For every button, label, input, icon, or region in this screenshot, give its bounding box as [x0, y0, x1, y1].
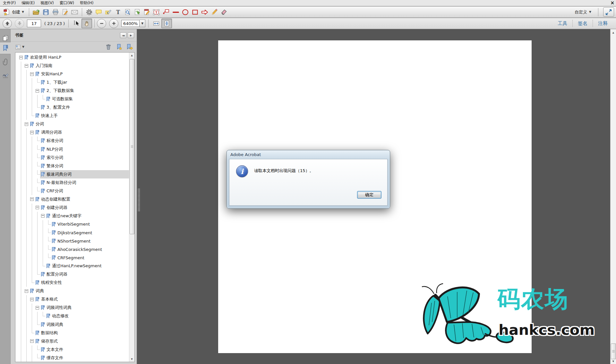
panel-resize-handle[interactable]	[138, 188, 140, 211]
bookmark-row-content[interactable]: 欢迎使用 HanLP	[24, 53, 129, 62]
bookmark-item[interactable]: 分词	[16, 120, 129, 128]
scroll-down-icon[interactable]: ▼	[129, 356, 134, 362]
expander-box[interactable]	[30, 72, 34, 76]
export-doc-icon[interactable]	[133, 7, 142, 17]
edit-doc-icon[interactable]	[142, 7, 152, 17]
bookmark-item[interactable]: 线程安全性	[16, 278, 129, 287]
bookmark-row-content[interactable]: 通过new关键字	[46, 212, 129, 220]
bookmark-item[interactable]: 3、配置文件	[16, 103, 129, 112]
bookmark-row-content[interactable]: ViterbiSegment	[51, 220, 129, 228]
reading-mode-button[interactable]	[603, 7, 614, 17]
collapse-left-icon[interactable]: ◀◀	[120, 32, 126, 38]
bookmark-item[interactable]: 动态修改	[16, 312, 129, 320]
bookmark-item[interactable]: AhoCorasickSegment	[16, 245, 129, 253]
bookmark-row-content[interactable]: 数据结构	[35, 329, 129, 337]
expander-minus-icon[interactable]	[29, 337, 35, 345]
task-button-工具[interactable]: 工具	[552, 20, 572, 27]
bookmark-arrow-icon[interactable]	[126, 44, 133, 51]
expander-box[interactable]	[30, 339, 34, 343]
menu-item[interactable]: 文件(F)	[0, 1, 19, 5]
expander-minus-icon[interactable]	[29, 295, 35, 303]
bookmark-row-content[interactable]: AhoCorasickSegment	[51, 245, 129, 253]
gear-icon[interactable]	[84, 7, 94, 17]
expander-box[interactable]	[25, 289, 28, 293]
forward-icon[interactable]: ▶	[128, 32, 134, 38]
expander-box[interactable]	[36, 306, 39, 310]
bookmark-row-content[interactable]: 线程安全性	[35, 278, 129, 287]
bookmark-row-content[interactable]: DijkstraSegment	[51, 228, 129, 237]
expander-box[interactable]	[41, 214, 45, 218]
fit-page-button[interactable]	[161, 19, 172, 28]
expander-minus-icon[interactable]	[35, 87, 40, 95]
bookmark-item[interactable]: 动态创建和配置	[16, 195, 129, 203]
expander-box[interactable]	[36, 89, 39, 93]
zoom-dropdown-button[interactable]: ▼	[140, 20, 145, 27]
previous-page-button[interactable]	[3, 19, 12, 28]
doc-search-icon[interactable]	[123, 7, 133, 17]
pencil-icon[interactable]	[210, 7, 219, 17]
bookmark-item[interactable]: 可选数据集	[16, 95, 129, 103]
scroll-up-icon[interactable]: ▲	[129, 53, 134, 58]
expander-minus-icon[interactable]	[40, 212, 46, 220]
bookmark-item[interactable]: DijkstraSegment	[16, 228, 129, 237]
scrolling-mode-button[interactable]	[151, 19, 161, 28]
bookmark-item[interactable]: 通过HanLP.newSegment	[16, 262, 129, 270]
select-tool-button[interactable]	[71, 19, 81, 28]
bookmark-row-content[interactable]: CRFSegment	[51, 253, 129, 262]
scrollbar-thumb[interactable]	[611, 343, 616, 359]
page-number-input[interactable]	[27, 20, 41, 27]
bookmark-row-content[interactable]: 入门指南	[29, 62, 129, 70]
bookmark-item[interactable]: 创建分词器	[16, 203, 129, 212]
bookmark-row-content[interactable]: 通过HanLP.newSegment	[46, 262, 129, 270]
trash-icon[interactable]	[105, 44, 112, 51]
bookmark-row-content[interactable]: 快速上手	[35, 112, 129, 120]
expander-minus-icon[interactable]	[29, 128, 35, 136]
expander-minus-icon[interactable]	[29, 70, 35, 78]
bookmark-row-content[interactable]: 词频词典	[40, 320, 129, 329]
expander-minus-icon[interactable]	[35, 303, 40, 312]
attachments-panel-icon[interactable]	[0, 56, 11, 68]
bookmark-row-content[interactable]: 分词	[29, 120, 129, 128]
menu-item[interactable]: 窗口(W)	[57, 1, 77, 5]
rectangle-icon[interactable]	[190, 7, 200, 17]
save-icon[interactable]	[41, 7, 51, 17]
bookmark-item[interactable]: 词频词性词典	[16, 303, 129, 312]
menu-item[interactable]: 视图(V)	[38, 1, 57, 5]
expander-box[interactable]	[30, 197, 34, 201]
bookmark-row-content[interactable]: 索引分词	[40, 153, 129, 162]
bookmark-item[interactable]: 繁体分词	[16, 162, 129, 170]
expander-minus-icon[interactable]	[35, 203, 40, 212]
expander-minus-icon[interactable]	[24, 287, 29, 295]
task-button-注释[interactable]: 注释	[593, 20, 613, 27]
bookmark-row-content[interactable]: 文本文件	[40, 345, 129, 354]
new-bookmark-icon[interactable]	[115, 44, 123, 51]
bookmark-item[interactable]: N-最短路径分词	[16, 178, 129, 187]
open-file-icon[interactable]	[31, 7, 41, 17]
expander-minus-icon[interactable]	[24, 62, 29, 70]
bookmark-row-content[interactable]: 可选数据集	[46, 95, 129, 103]
next-page-button[interactable]	[15, 19, 24, 28]
bookmark-row-content[interactable]: 基本格式	[35, 295, 129, 303]
ok-button[interactable]: 确定	[357, 191, 381, 199]
fill-sign-icon[interactable]	[60, 7, 70, 17]
bookmark-row-content[interactable]: 动态修改	[46, 312, 129, 320]
bookmark-row-content[interactable]: NLP分词	[40, 145, 129, 153]
bookmark-row-content[interactable]: 缓存文件	[40, 354, 129, 362]
expander-box[interactable]	[25, 64, 28, 68]
bookmark-item[interactable]: 储存形式	[16, 337, 129, 345]
bookmark-item[interactable]: 调用分词器	[16, 128, 129, 136]
bookmark-row-content[interactable]: 动态创建和配置	[35, 195, 129, 203]
zoom-out-button[interactable]	[97, 19, 106, 28]
bookmark-item[interactable]: 索引分词	[16, 153, 129, 162]
bookmark-item[interactable]: CRF分词	[16, 187, 129, 195]
bookmark-row-content[interactable]: 创建分词器	[40, 203, 129, 212]
highlight-text-icon[interactable]: T	[104, 7, 113, 17]
tree-scrollbar[interactable]: ▲ ▼	[129, 53, 134, 362]
arrow-icon[interactable]	[200, 7, 210, 17]
bookmark-row-content[interactable]: 配置分词器	[40, 270, 129, 278]
bookmark-item[interactable]: 数据结构	[16, 329, 129, 337]
bookmark-row-content[interactable]: 词典	[29, 287, 129, 295]
line-icon[interactable]	[171, 7, 181, 17]
tree-scrollbar-thumb[interactable]	[130, 59, 134, 234]
close-icon[interactable]: ×	[610, 0, 614, 6]
